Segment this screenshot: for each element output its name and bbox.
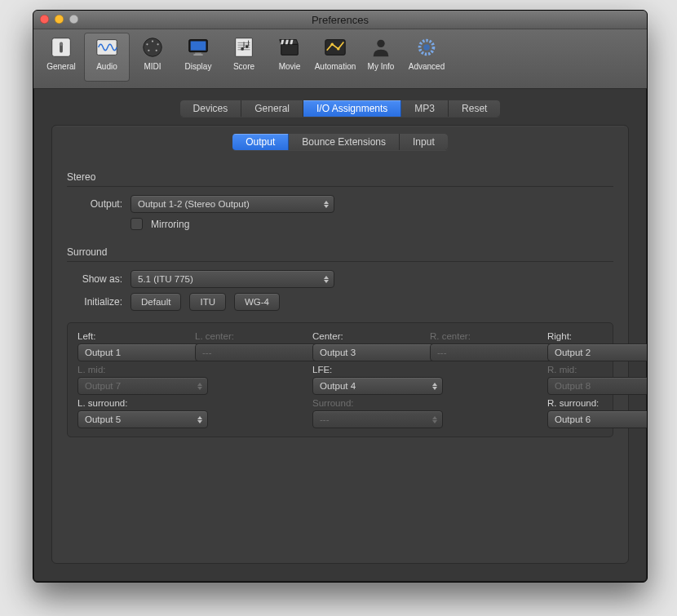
slot-l-surround: L. surround: Output 5: [77, 398, 184, 428]
slot-left: Left: Output 1: [77, 331, 184, 361]
toolbar-item-automation[interactable]: Automation: [312, 33, 358, 82]
slot-dropdown-right[interactable]: Output 2: [547, 343, 648, 361]
subtab-output[interactable]: Output: [232, 134, 289, 150]
dropdown-arrows-icon: [323, 273, 330, 286]
tab-io-assignments[interactable]: I/O Assignments: [303, 100, 401, 117]
slot-dropdown-left[interactable]: Output 1: [77, 343, 208, 361]
slot-label: R. center:: [430, 331, 536, 341]
toolbar-item-audio[interactable]: Audio: [84, 33, 130, 82]
initialize-wg4-button[interactable]: WG-4: [234, 293, 280, 311]
slot-dropdown-l-center: ---: [195, 343, 325, 361]
svg-point-2: [60, 42, 63, 46]
dropdown-value: Output 8: [555, 381, 591, 391]
section-stereo-title: Stereo: [67, 171, 613, 183]
slot-dropdown-l-surround[interactable]: Output 5: [77, 410, 208, 428]
subtab-bounce-extensions[interactable]: Bounce Extensions: [289, 134, 400, 150]
pref-tabs: Devices General I/O Assignments MP3 Rese…: [180, 100, 501, 117]
pref-tabs-row: Devices General I/O Assignments MP3 Rese…: [33, 89, 647, 125]
svg-point-8: [148, 50, 149, 51]
io-subtabs: Output Bounce Extensions Input: [232, 134, 447, 150]
toolbar-item-general[interactable]: General: [38, 33, 84, 82]
slot-empty-3: [195, 398, 301, 428]
slot-dropdown-lfe[interactable]: Output 4: [312, 377, 443, 395]
toolbar-item-midi[interactable]: MIDI: [130, 33, 175, 82]
slot-label: L. center:: [195, 331, 301, 341]
slot-surround: Surround: ---: [312, 398, 418, 428]
slot-dropdown-r-surround[interactable]: Output 6: [547, 410, 648, 428]
dropdown-value: Output 4: [320, 381, 356, 391]
tab-devices[interactable]: Devices: [180, 100, 242, 117]
dropdown-value: Output 6: [555, 414, 591, 424]
slot-label: Right:: [547, 331, 648, 341]
svg-point-33: [423, 44, 430, 51]
toolbar-label: General: [46, 62, 76, 71]
dropdown-value: Output 1-2 (Stereo Output): [138, 199, 250, 209]
slot-dropdown-r-center: ---: [430, 343, 560, 361]
svg-rect-3: [97, 40, 117, 55]
dropdown-value: Output 1: [85, 348, 121, 357]
my-info-icon: [368, 34, 394, 60]
toolbar-label: MIDI: [144, 62, 161, 71]
svg-point-6: [146, 43, 148, 45]
toolbar-label: Advanced: [409, 62, 445, 71]
slot-label: R. surround:: [547, 398, 648, 408]
slot-r-mid: R. mid: Output 8: [547, 365, 648, 395]
initialize-itu-button[interactable]: ITU: [189, 293, 226, 311]
audio-icon: [94, 34, 120, 60]
dropdown-value: Output 2: [555, 348, 591, 357]
toolbar-item-advanced[interactable]: Advanced: [404, 33, 449, 82]
mirroring-checkbox[interactable]: [131, 218, 143, 230]
stereo-output-dropdown[interactable]: Output 1-2 (Stereo Output): [131, 195, 334, 213]
slot-label: L. surround:: [77, 398, 184, 408]
svg-rect-11: [191, 42, 206, 51]
toolbar-label: My Info: [368, 62, 395, 71]
toolbar-label: Display: [185, 62, 212, 71]
slot-empty-1: [195, 365, 301, 395]
slot-label: L. mid:: [77, 365, 184, 374]
dropdown-value: 5.1 (ITU 775): [138, 274, 193, 284]
svg-rect-13: [193, 54, 202, 55]
divider: [67, 261, 613, 262]
dropdown-arrows-icon: [323, 197, 330, 211]
slot-empty-4: [430, 398, 536, 428]
dropdown-value: Output 7: [85, 381, 121, 391]
svg-rect-23: [281, 44, 299, 55]
slot-r-surround: R. surround: Output 6: [547, 398, 648, 428]
slot-dropdown-r-mid: Output 8: [547, 377, 648, 395]
svg-point-19: [241, 47, 244, 51]
close-button[interactable]: [40, 15, 49, 24]
slot-label: Left:: [77, 331, 184, 341]
toolbar-item-display[interactable]: Display: [175, 33, 221, 82]
slot-empty-2: [430, 365, 536, 395]
toolbar-label: Audio: [96, 62, 117, 71]
subtab-input[interactable]: Input: [400, 134, 448, 150]
slot-dropdown-center[interactable]: Output 3: [312, 343, 443, 361]
score-icon: [231, 34, 257, 60]
zoom-button[interactable]: [69, 15, 78, 24]
initialize-default-button[interactable]: Default: [131, 293, 181, 311]
slot-label: Surround:: [312, 398, 418, 408]
toolbar-item-score[interactable]: Score: [221, 33, 267, 82]
automation-icon: [322, 34, 348, 60]
minimize-button[interactable]: [55, 15, 64, 24]
slot-label: Center:: [312, 331, 418, 341]
io-assignments-panel: Output Bounce Extensions Input Stereo Ou…: [51, 125, 629, 564]
toolbar-item-movie[interactable]: Movie: [267, 33, 312, 82]
svg-point-30: [337, 47, 339, 50]
slot-dropdown-l-mid: Output 7: [77, 377, 208, 395]
dropdown-arrows-icon: [431, 379, 438, 392]
toolbar-item-my-info[interactable]: My Info: [358, 33, 404, 82]
toolbar-label: Score: [233, 62, 254, 71]
tab-reset[interactable]: Reset: [449, 100, 500, 117]
display-icon: [185, 34, 211, 60]
dropdown-value: Output 5: [85, 414, 121, 424]
slot-r-center: R. center: ---: [430, 331, 536, 361]
tab-general[interactable]: General: [241, 100, 303, 117]
dropdown-arrows-icon: [197, 413, 203, 426]
toolbar-label: Automation: [315, 62, 356, 71]
dropdown-value: ---: [202, 348, 212, 357]
tab-mp3[interactable]: MP3: [401, 100, 449, 117]
svg-point-29: [331, 43, 334, 46]
surround-showas-dropdown[interactable]: 5.1 (ITU 775): [131, 270, 334, 288]
io-subtabs-row: Output Bounce Extensions Input: [67, 126, 613, 158]
